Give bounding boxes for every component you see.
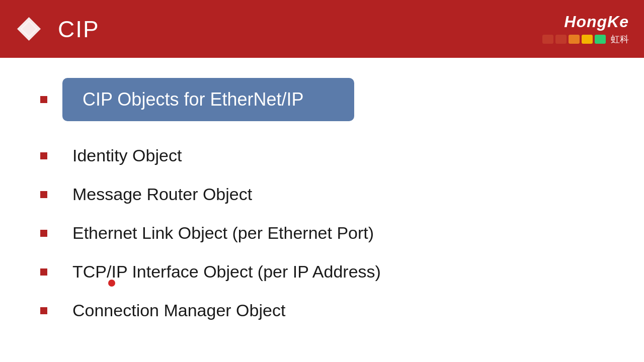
bullet-text-5: Connection Manager Object bbox=[72, 301, 285, 320]
bullet-marker-2 bbox=[40, 191, 47, 198]
diamond-icon bbox=[15, 15, 43, 43]
bullet-text-4: TCP/IP Interface Object (per IP Address) bbox=[72, 262, 381, 282]
bullet-marker-1 bbox=[40, 152, 47, 159]
logo-area: HongKe 虹科 bbox=[542, 13, 629, 45]
bullet-list: Identity Object Message Router Object Et… bbox=[40, 139, 604, 327]
list-item: TCP/IP Interface Object (per IP Address) bbox=[40, 255, 604, 289]
content-area: CIP Objects for EtherNet/IP Identity Obj… bbox=[0, 58, 644, 347]
logo-dot-5 bbox=[595, 35, 606, 44]
bullet-marker-5 bbox=[40, 307, 47, 314]
list-item: Message Router Object bbox=[40, 177, 604, 211]
bullet-marker-4 bbox=[40, 268, 47, 276]
header-title: CIP bbox=[58, 16, 100, 43]
logo-dot-2 bbox=[555, 35, 567, 44]
highlight-box: CIP Objects for EtherNet/IP bbox=[62, 78, 354, 121]
logo-dot-1 bbox=[542, 35, 553, 44]
logo-dot-4 bbox=[582, 35, 593, 44]
bullet-text-1: Identity Object bbox=[72, 146, 182, 165]
list-item: Connection Manager Object bbox=[40, 294, 604, 327]
highlight-box-text: CIP Objects for EtherNet/IP bbox=[83, 89, 304, 110]
bullet-marker-3 bbox=[40, 230, 47, 237]
highlight-bullet-item: CIP Objects for EtherNet/IP bbox=[40, 78, 604, 121]
header-bar: CIP HongKe 虹科 bbox=[0, 0, 644, 58]
highlight-bullet-marker bbox=[40, 96, 47, 103]
list-item: Ethernet Link Object (per Ethernet Port) bbox=[40, 216, 604, 250]
logo-name: HongKe bbox=[564, 13, 629, 31]
bullet-text-2: Message Router Object bbox=[72, 185, 252, 204]
bullet-text-3: Ethernet Link Object (per Ethernet Port) bbox=[72, 223, 374, 243]
header-left: CIP bbox=[15, 15, 100, 43]
logo-subtitle: 虹科 bbox=[611, 33, 629, 45]
cursor-dot bbox=[108, 280, 115, 287]
logo-dot-3 bbox=[569, 35, 580, 44]
list-item: Identity Object bbox=[40, 139, 604, 172]
